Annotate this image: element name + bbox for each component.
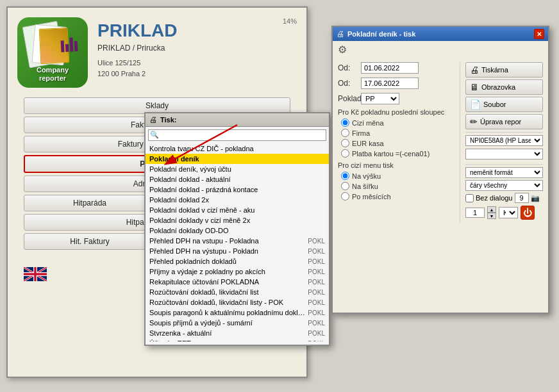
separator-2 bbox=[465, 164, 543, 165]
radio-kc-0[interactable] bbox=[341, 118, 349, 127]
tisk-list-item[interactable]: Pokladní doklad 2x bbox=[146, 195, 329, 205]
tisk-list-item[interactable]: Pokladní doklady v cizí měně 2x bbox=[146, 215, 329, 225]
tisk-list-item[interactable]: Účtenka EETPOKL bbox=[146, 338, 329, 341]
btn-icon-1: 🖥 bbox=[470, 82, 479, 92]
radio-kc-3[interactable] bbox=[341, 149, 349, 158]
right-btn-0[interactable]: 🖨Tiskárna bbox=[465, 62, 543, 78]
radio-cizi-1[interactable] bbox=[341, 182, 349, 190]
printer-select[interactable]: NPI0E58A8 (HP Lase bbox=[465, 135, 543, 146]
radio-kc-2[interactable] bbox=[341, 139, 349, 147]
tisk-list-item[interactable]: Přehled DPH na výstupu - PokladnPOKL bbox=[146, 246, 329, 256]
power-button[interactable]: ⏻ bbox=[521, 206, 535, 220]
right-btn-3[interactable]: ✏Úprava repor bbox=[465, 114, 543, 129]
dialog-right-panel: 🖨Tiskárna🖥Obrazovka📄Soubor✏Úprava repor … bbox=[460, 62, 543, 222]
address-line1: Ulice 125/125 bbox=[97, 59, 140, 67]
od-input-1[interactable] bbox=[361, 62, 419, 74]
tisk-item-badge: POKL bbox=[308, 238, 325, 245]
tisk-list-item[interactable]: Soupis příjmů a výdejů - sumárníPOKL bbox=[146, 318, 329, 328]
bez-dialogu-label: Bez dialogu bbox=[476, 194, 513, 202]
tisk-item-badge: POKL bbox=[308, 289, 325, 296]
tisk-item-text: Rekapitulace účtování POKLADNA bbox=[149, 278, 305, 286]
pokladna-select[interactable]: PP bbox=[361, 93, 399, 104]
btn-label-0: Tiskárna bbox=[481, 66, 508, 74]
tisk-item-badge: POKL bbox=[308, 248, 325, 255]
tisk-list-item[interactable]: Příjmy a výdaje z pokladny po akcíchPOKL bbox=[146, 266, 329, 277]
btn-icon-3: ✏ bbox=[470, 117, 478, 127]
format-select[interactable]: neměnit formát bbox=[465, 167, 543, 178]
radio-group-cizi: Na výškuNa šířkuPo měsících bbox=[341, 172, 455, 200]
od-input-2[interactable] bbox=[361, 78, 419, 89]
nav-hitparada[interactable]: Hitparáda bbox=[24, 195, 156, 211]
count-input[interactable] bbox=[465, 208, 485, 218]
radio-cizi-row-0: Na výšku bbox=[341, 172, 455, 180]
gear-icon[interactable]: ⚙ bbox=[338, 44, 347, 55]
dialog-title: Pokladní deník - tisk bbox=[347, 30, 531, 38]
paper-3 bbox=[39, 28, 70, 64]
tisk-search-input[interactable] bbox=[148, 129, 326, 141]
print-dialog: 🖨 Pokladní deník - tisk ✕ ⚙ Od: Od: Pokl… bbox=[331, 26, 549, 314]
flag-button[interactable] bbox=[24, 267, 47, 281]
radio-cizi-label-1: Na šířku bbox=[352, 183, 378, 190]
btn-icon-0: 🖨 bbox=[470, 65, 479, 75]
tisk-list-item[interactable]: Soupis paragonů k aktuálnímu pokladnímu … bbox=[146, 307, 329, 318]
radio-kc-row-3: Platba kartou =(-cena01) bbox=[341, 149, 455, 158]
tisk-list-item[interactable]: Přehled pokladních dokladůPOKL bbox=[146, 256, 329, 266]
spin-down[interactable]: ▼ bbox=[487, 213, 496, 219]
radio-cizi-0[interactable] bbox=[341, 172, 349, 180]
radio-cizi-row-1: Na šířku bbox=[341, 182, 455, 190]
tisk-list-item[interactable]: Pokladní doklady OD-DO bbox=[146, 225, 329, 236]
search-icon: 🔍 bbox=[150, 131, 159, 139]
radio-kc-label-2: EUR kasa bbox=[352, 140, 384, 147]
tisk-list-item[interactable]: Rekapitulace účtování POKLADNAPOKL bbox=[146, 277, 329, 287]
bar bbox=[74, 41, 78, 51]
right-btn-2[interactable]: 📄Soubor bbox=[465, 97, 543, 112]
tisk-list-item[interactable]: Stvrzenka - aktuálníPOKL bbox=[146, 328, 329, 338]
tisk-item-text: Kontrola tvaru CZ DIČ - pokladna bbox=[149, 145, 325, 152]
app-subtitle: PRIKLAD / Prirucka bbox=[97, 44, 177, 53]
nav-hit-faktury[interactable]: Hit. Faktury bbox=[24, 233, 156, 250]
tisk-list-item[interactable]: Rozúčtování dokladů, likvidační listy - … bbox=[146, 297, 329, 307]
radio-cizi-label-0: Na výšku bbox=[352, 172, 381, 180]
spin-container: ▲ ▼ bbox=[487, 206, 496, 219]
btn-label-2: Soubor bbox=[483, 101, 506, 108]
tisk-item-text: Soupis příjmů a výdejů - sumární bbox=[149, 319, 305, 327]
radio-cizi-2[interactable] bbox=[341, 192, 349, 200]
tisk-list-item[interactable]: Přehled DPH na vstupu - PokladnaPOKL bbox=[146, 236, 329, 246]
bez-dialogu-checkbox[interactable] bbox=[465, 194, 474, 202]
logo-line2: reporter bbox=[39, 74, 66, 82]
radio-kc-label-0: Cizí měna bbox=[352, 119, 384, 127]
btn-label-1: Obrazovka bbox=[481, 83, 515, 91]
right-buttons: 🖨Tiskárna🖥Obrazovka📄Soubor✏Úprava repor bbox=[465, 62, 543, 129]
tisk-list-item[interactable]: Kontrola tvaru CZ DIČ - pokladna bbox=[146, 143, 329, 154]
separator-1 bbox=[465, 132, 543, 133]
tisk-list-item[interactable]: Pokladní deník, vývoj účtu bbox=[146, 164, 329, 174]
pro-kc-label: Pro Kč pokladnu poslední sloupec bbox=[338, 108, 455, 116]
dialog-close-button[interactable]: ✕ bbox=[534, 29, 544, 39]
uk-flag-icon bbox=[24, 267, 47, 281]
bar bbox=[61, 40, 65, 52]
tisk-list-item[interactable]: Pokladní doklad v cizí měně - aku bbox=[146, 205, 329, 215]
pages-select[interactable]: čáry všechny bbox=[465, 180, 543, 191]
printer-model-select[interactable] bbox=[465, 149, 543, 159]
camera-icon: 📷 bbox=[531, 194, 540, 202]
tisk-list-item[interactable]: Pokladní doklad - aktuální bbox=[146, 174, 329, 184]
radio-kc-row-2: EUR kasa bbox=[341, 139, 455, 147]
tisk-title: Tisk: bbox=[160, 116, 325, 124]
radio-kc-1[interactable] bbox=[341, 129, 349, 137]
spin-up[interactable]: ▲ bbox=[487, 206, 496, 213]
right-btn-1[interactable]: 🖥Obrazovka bbox=[465, 79, 543, 95]
tisk-item-text: Pokladní doklad 2x bbox=[149, 196, 325, 204]
tisk-list-item[interactable]: Pokladní doklad - prázdná kontace bbox=[146, 184, 329, 195]
tisk-list-item[interactable]: Pokladní deník bbox=[146, 154, 329, 164]
tisk-list-item[interactable]: Rozúčtování dokladů, likvidační listPOKL bbox=[146, 287, 329, 297]
app-header: Company reporter PRIKLAD PRIKLAD / Priru… bbox=[8, 8, 306, 94]
btn-label-3: Úprava repor bbox=[480, 118, 521, 126]
tisk-item-text: Pokladní doklad v cizí měně - aku bbox=[149, 206, 325, 214]
tisk-item-text: Pokladní deník, vývoj účtu bbox=[149, 165, 325, 173]
tisk-printer-icon: 🖨 bbox=[149, 115, 157, 124]
k-select[interactable]: K bbox=[499, 207, 518, 218]
tisk-item-text: Stvrzenka - aktuální bbox=[149, 329, 305, 337]
tisk-item-text: Přehled DPH na vstupu - Pokladna bbox=[149, 237, 305, 245]
bez-dialogu-input[interactable] bbox=[515, 193, 529, 203]
logo-box: Company reporter bbox=[17, 17, 88, 88]
